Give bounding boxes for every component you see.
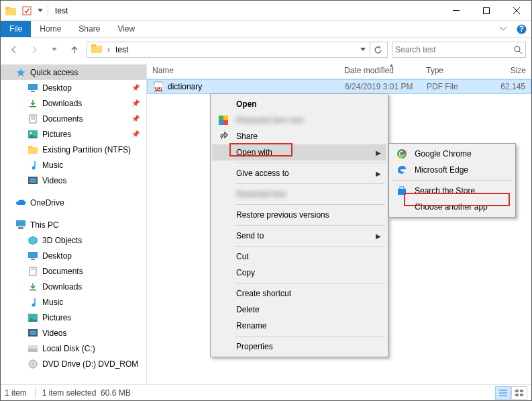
view-large-icons-button[interactable] [511,386,527,400]
sidebar-item-quick-access[interactable]: Quick access [1,64,146,80]
edge-icon [396,164,408,176]
status-selected: 1 item selected 60.6 MB [42,388,131,398]
search-icon[interactable] [514,46,523,54]
ctx-copy[interactable]: Copy [212,265,386,281]
desktop-icon [28,251,38,261]
ctx-redacted-2[interactable]: Redacted text [212,186,386,202]
ctx-redacted-1[interactable]: Redacted item text [212,112,386,128]
ctx-cut[interactable]: Cut [212,249,386,265]
ctx-give-access[interactable]: Give access to▶ [212,165,386,181]
svg-rect-23 [30,178,36,183]
title-bar: test [1,1,531,21]
view-details-button[interactable] [495,386,511,400]
sidebar-item-desktop-pc[interactable]: Desktop [1,248,146,263]
chevron-right-icon[interactable]: › [106,45,111,54]
maximize-button[interactable] [471,1,501,20]
music-icon [28,160,38,171]
chevron-right-icon: ▶ [376,232,381,240]
sidebar-item-documents[interactable]: Documents📌 [1,111,146,126]
file-name: dictionary [168,82,202,91]
sidebar-item-pictures-pc[interactable]: Pictures [1,310,146,325]
col-date[interactable]: Date modified [339,66,421,75]
file-size: 62,145 [486,82,531,91]
address-dropdown-icon[interactable] [356,48,370,52]
ctx-create-shortcut[interactable]: Create shortcut [212,285,386,302]
svg-rect-30 [30,289,36,291]
svg-text:pdf: pdf [154,83,163,92]
ctx-restore[interactable]: Restore previous versions [212,207,386,223]
sidebar-item-dvd-drive[interactable]: DVD Drive (D:) DVD_ROM [1,356,146,371]
sidebar-label: Music [42,298,63,307]
qat-dropdown-icon[interactable] [36,3,45,18]
tab-home[interactable]: Home [31,21,70,37]
sidebar-label: Desktop [42,83,72,93]
svg-rect-34 [30,330,36,335]
svg-point-38 [32,363,34,365]
address-bar[interactable]: › test [87,42,388,58]
sidebar-item-music-pc[interactable]: Music [1,294,146,310]
sidebar-item-local-disk[interactable]: Local Disk (C:) [1,341,146,356]
tab-share[interactable]: Share [70,21,109,37]
drive-icon [28,343,38,354]
sidebar-item-downloads[interactable]: Downloads📌 [1,95,146,111]
file-row[interactable]: pdf dictionary 6/24/2019 3:01 PM PDF Fil… [147,79,531,94]
sub-chrome[interactable]: Google Chrome [390,146,514,162]
sidebar-item-onedrive[interactable]: OneDrive [1,195,146,210]
refresh-button[interactable] [370,42,386,57]
sub-search-store[interactable]: Search the Store [390,183,514,199]
properties-qat-icon[interactable] [19,3,34,18]
help-icon[interactable]: ? [511,21,531,37]
col-size[interactable]: Size [485,66,531,75]
ctx-send-to[interactable]: Send to▶ [212,228,386,244]
sidebar-item-music[interactable]: Music [1,157,146,173]
svg-point-9 [515,46,520,52]
close-button[interactable] [501,1,531,20]
col-name[interactable]: Name [147,66,339,75]
up-button[interactable] [66,42,83,58]
search-box[interactable]: Search test [392,42,526,58]
recent-locations-icon[interactable] [46,42,62,58]
back-button[interactable] [6,42,22,58]
sub-choose-another[interactable]: Choose another app [390,199,514,215]
downloads-icon [28,98,38,109]
3d-objects-icon [28,235,38,246]
svg-rect-28 [30,267,36,275]
column-headers[interactable]: ▲ Name Date modified Type Size [147,62,531,79]
svg-rect-3 [453,10,460,11]
ctx-open[interactable]: Open [212,96,386,112]
sidebar-label: Documents [42,267,83,276]
pin-icon: 📌 [131,99,140,107]
window-title: test [55,6,68,15]
sidebar-item-videos-pc[interactable]: Videos [1,325,146,341]
sidebar-item-documents-pc[interactable]: Documents [1,263,146,279]
svg-rect-55 [520,390,523,392]
tab-file[interactable]: File [1,21,31,37]
sub-edge[interactable]: Microsoft Edge [390,162,514,178]
forward-button[interactable] [26,42,42,58]
open-with-submenu: Google Chrome Microsoft Edge Search the … [388,143,516,218]
sidebar-item-pictures[interactable]: Pictures📌 [1,126,146,142]
minimize-button[interactable] [441,1,471,20]
svg-rect-4 [483,7,489,13]
ctx-properties[interactable]: Properties [212,339,386,355]
svg-point-31 [32,303,36,306]
status-item-count: 1 item [5,388,27,398]
sidebar-item-videos[interactable]: Videos [1,173,146,188]
ctx-delete[interactable]: Delete [212,302,386,318]
pin-icon: 📌 [131,130,140,138]
sidebar-item-downloads-pc[interactable]: Downloads [1,279,146,294]
breadcrumb-item[interactable]: test [111,45,132,54]
sidebar-item-3d-objects[interactable]: 3D Objects [1,232,146,248]
sidebar-item-desktop[interactable]: Desktop📌 [1,80,146,95]
tab-view[interactable]: View [109,21,144,37]
ctx-rename[interactable]: Rename [212,318,386,334]
ribbon: File Home Share View ? [1,21,531,38]
svg-rect-1 [5,7,10,9]
ctx-share[interactable]: Share [212,128,386,144]
sidebar-item-existing-partition[interactable]: Existing Partition (NTFS) [1,142,146,157]
ctx-open-with[interactable]: Open with▶ [212,144,386,161]
col-type[interactable]: Type [421,66,485,75]
sidebar-label: Music [42,161,63,170]
sidebar-item-this-pc[interactable]: This PC [1,217,146,232]
ribbon-expand-icon[interactable] [495,21,511,37]
